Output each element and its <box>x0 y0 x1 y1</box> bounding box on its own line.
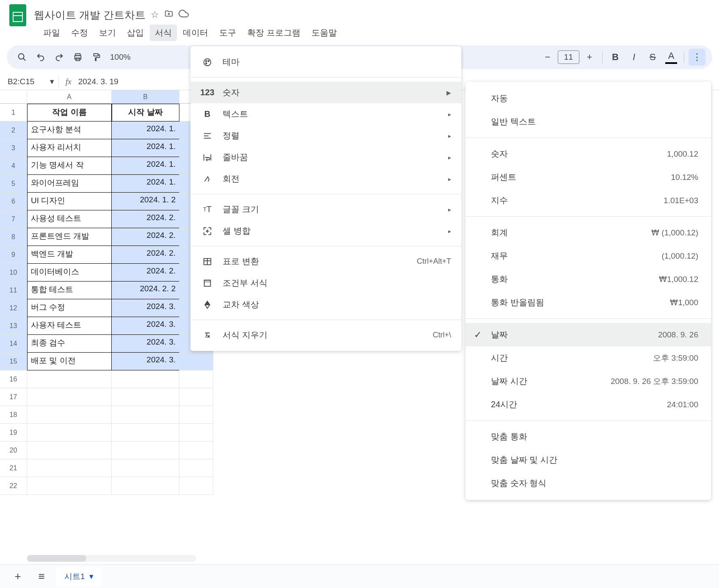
row-header[interactable]: 13 <box>0 317 27 335</box>
cell[interactable]: 최종 검수 <box>27 335 112 353</box>
cell[interactable] <box>27 424 112 442</box>
row-header[interactable]: 12 <box>0 299 27 317</box>
format-number[interactable]: 123 숫자 ▶ <box>190 82 461 103</box>
undo-icon[interactable] <box>32 49 49 66</box>
row-header[interactable]: 14 <box>0 335 27 353</box>
name-box[interactable]: B2:C15 ▾ <box>3 75 58 88</box>
number-accounting[interactable]: 회계₩ (1,000.12) <box>466 221 711 244</box>
cell[interactable] <box>179 406 213 424</box>
number-time[interactable]: 시간오후 3:59:00 <box>466 346 711 370</box>
row-header[interactable]: 2 <box>0 121 27 139</box>
font-increase-icon[interactable]: + <box>581 49 598 66</box>
cell[interactable]: 2024. 3. <box>112 299 179 317</box>
cell[interactable]: 배포 및 이전 <box>27 353 112 370</box>
print-icon[interactable] <box>69 49 86 66</box>
cell[interactable] <box>27 477 112 495</box>
cell[interactable]: 기능 명세서 작 <box>27 157 112 175</box>
cell[interactable]: 사용자 리서치 <box>27 139 112 157</box>
cell[interactable]: 2024. 3. <box>112 353 179 370</box>
cell[interactable]: 버그 수정 <box>27 299 112 317</box>
number-datetime[interactable]: 날짜 시간2008. 9. 26 오후 3:59:00 <box>466 370 711 393</box>
column-header-a[interactable]: A <box>27 90 112 104</box>
cell[interactable] <box>179 353 213 370</box>
row-header[interactable]: 5 <box>0 175 27 193</box>
zoom-level[interactable]: 100% <box>107 52 134 62</box>
format-theme[interactable]: 테마 <box>190 51 461 73</box>
menu-format[interactable]: 서식 <box>150 25 177 41</box>
font-decrease-icon[interactable]: − <box>539 49 556 66</box>
row-header[interactable]: 3 <box>0 139 27 157</box>
format-text[interactable]: B 텍스트 ▸ <box>190 103 461 125</box>
font-size-input[interactable]: 11 <box>558 50 579 64</box>
row-header[interactable]: 18 <box>0 406 27 424</box>
star-icon[interactable]: ☆ <box>151 9 159 20</box>
number-currency[interactable]: 통화₩1,000.12 <box>466 268 711 291</box>
cell[interactable] <box>112 477 179 495</box>
cell[interactable] <box>179 424 213 442</box>
app-logo[interactable] <box>7 4 29 26</box>
format-alternating[interactable]: 교차 색상 <box>190 294 461 315</box>
chevron-down-icon[interactable]: ▾ <box>50 77 54 86</box>
row-header[interactable]: 19 <box>0 424 27 442</box>
cell[interactable] <box>27 370 112 388</box>
add-sheet-button[interactable]: + <box>8 567 27 586</box>
cell[interactable]: 백엔드 개발 <box>27 246 112 264</box>
cell[interactable]: 2024. 2. 2 <box>112 282 179 299</box>
format-merge[interactable]: 셀 병합 ▸ <box>190 220 461 242</box>
sheet-tab[interactable]: 시트1 ▾ <box>56 567 102 586</box>
cell[interactable]: 와이어프레임 <box>27 175 112 193</box>
cell[interactable]: 2024. 1. <box>112 157 179 175</box>
format-clear[interactable]: 서식 지우기 Ctrl+\ <box>190 324 461 346</box>
cell[interactable] <box>112 388 179 406</box>
cell[interactable]: 사용자 테스트 <box>27 317 112 335</box>
number-scientific[interactable]: 지수1.01E+03 <box>466 189 711 212</box>
row-header[interactable]: 8 <box>0 228 27 246</box>
bold-icon[interactable]: B <box>607 49 624 66</box>
cell[interactable] <box>179 388 213 406</box>
format-wrapping[interactable]: 줄바꿈 ▸ <box>190 146 461 168</box>
cell[interactable]: 2024. 1. 2 <box>112 193 179 210</box>
menu-view[interactable]: 보기 <box>94 25 121 41</box>
cell[interactable] <box>27 388 112 406</box>
cell[interactable]: 2024. 1. <box>112 121 179 139</box>
number-custom-number[interactable]: 맞춤 숫자 형식 <box>466 472 711 495</box>
number-auto[interactable]: 자동 <box>466 87 711 110</box>
all-sheets-button[interactable]: ≡ <box>32 567 51 586</box>
menu-edit[interactable]: 수정 <box>66 25 93 41</box>
row-header[interactable]: 15 <box>0 353 27 370</box>
cell[interactable]: 데이터베이스 <box>27 264 112 282</box>
format-rotation[interactable]: 회전 ▸ <box>190 168 461 190</box>
menu-tools[interactable]: 도구 <box>214 25 241 41</box>
number-date[interactable]: ✓날짜2008. 9. 26 <box>466 323 711 346</box>
scrollbar-thumb[interactable] <box>27 555 86 562</box>
format-alignment[interactable]: 정렬 ▸ <box>190 125 461 146</box>
row-header[interactable]: 4 <box>0 157 27 175</box>
row-header[interactable]: 11 <box>0 282 27 299</box>
cell[interactable] <box>112 424 179 442</box>
cell[interactable]: 2024. 3. <box>112 335 179 353</box>
row-header[interactable]: 20 <box>0 442 27 459</box>
cell[interactable] <box>112 442 179 459</box>
row-header[interactable]: 10 <box>0 264 27 282</box>
cell[interactable]: 사용성 테스트 <box>27 210 112 228</box>
cell[interactable] <box>27 459 112 477</box>
row-header[interactable]: 9 <box>0 246 27 264</box>
number-custom-currency[interactable]: 맞춤 통화 <box>466 425 711 448</box>
cell[interactable]: 2024. 2. <box>112 228 179 246</box>
number-custom-datetime[interactable]: 맞춤 날짜 및 시간 <box>466 448 711 472</box>
row-header[interactable]: 16 <box>0 370 27 388</box>
row-header[interactable]: 6 <box>0 193 27 210</box>
cell[interactable]: 시작 날짜 <box>112 104 179 121</box>
number-plain[interactable]: 일반 텍스트 <box>466 110 711 133</box>
menu-insert[interactable]: 삽입 <box>122 25 149 41</box>
formula-input[interactable]: 2024. 3. 19 <box>78 77 118 86</box>
format-table[interactable]: 표로 변환 Ctrl+Alt+T <box>190 251 461 272</box>
cell[interactable]: 2024. 2. <box>112 210 179 228</box>
column-header-b[interactable]: B <box>112 90 179 104</box>
cell[interactable] <box>27 406 112 424</box>
number-number[interactable]: 숫자1,000.12 <box>466 142 711 166</box>
cell[interactable] <box>27 442 112 459</box>
cell[interactable] <box>179 459 213 477</box>
number-duration[interactable]: 24시간24:01:00 <box>466 393 711 416</box>
italic-icon[interactable]: I <box>625 49 642 66</box>
